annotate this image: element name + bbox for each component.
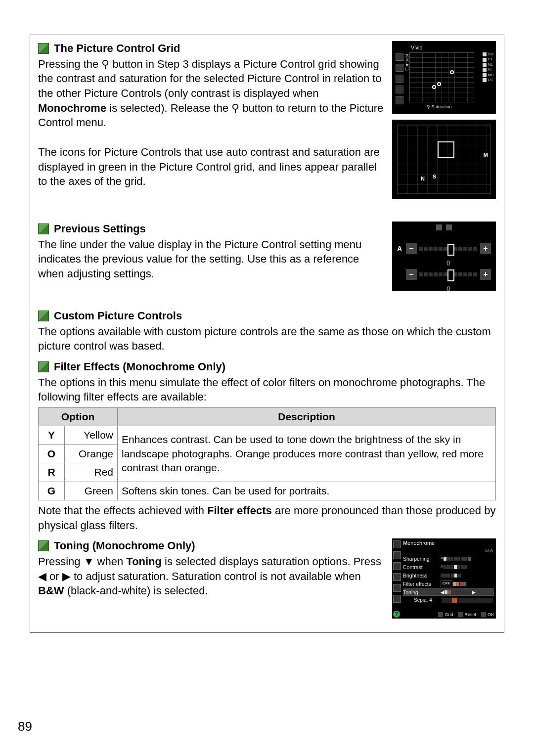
grid-point-n <box>432 85 436 89</box>
option-description: Enhances contrast. Can be used to tone d… <box>118 426 496 482</box>
minus-button: − <box>406 243 417 254</box>
section-text: The options available with custom pictur… <box>38 324 496 354</box>
filter-note: Note that the effects achieved with Filt… <box>38 503 496 533</box>
slider-cursor <box>447 244 454 256</box>
section-text: The options in this menu simulate the ef… <box>38 375 496 404</box>
camera-icon <box>393 551 401 559</box>
play-icon <box>393 540 401 548</box>
th-description: Description <box>118 408 496 426</box>
trash-icon <box>458 612 463 617</box>
illustration-grid-zoom: N S M <box>392 120 496 199</box>
table-row: Y Yellow Enhances contrast. Can be used … <box>39 426 496 445</box>
note-icon <box>38 43 49 54</box>
thumb2-letter-m: M <box>483 151 489 159</box>
retouch-icon <box>393 573 401 581</box>
option-code: O <box>39 445 65 463</box>
menu-row-filter: Filter effects OFF <box>403 579 494 588</box>
illustration-grid-full: Vivid Contrast ⚲ Saturation <box>392 41 496 114</box>
thumb2-selection <box>438 141 454 158</box>
thumb2-letter-s: S <box>432 173 437 180</box>
thumb4-title: Monochrome <box>403 539 435 547</box>
play-icon <box>396 53 403 61</box>
section-title: Custom Picture Controls <box>54 309 182 323</box>
slider-cursor <box>447 269 454 281</box>
page-number: 89 <box>18 719 32 734</box>
retouch-icon <box>396 86 403 93</box>
zoom-in-icon: ⚲ <box>231 102 239 114</box>
thumb2-grid <box>397 125 491 194</box>
th-option: Option <box>39 408 118 426</box>
option-name: Green <box>65 482 118 500</box>
slider-track: 0 <box>419 272 478 276</box>
thumb1-sidebar <box>395 53 404 107</box>
menu-row-brightness: Brightness <box>403 571 494 579</box>
pencil-icon <box>393 562 401 570</box>
right-arrow-icon: ▶ <box>62 570 71 582</box>
word-toning: Toning <box>126 555 162 568</box>
separator <box>403 595 494 596</box>
word-monochrome: Monochrome <box>38 102 106 114</box>
option-name: Yellow <box>65 426 118 445</box>
section-title: The Picture Control Grid <box>54 41 180 56</box>
thumb1-xlabel: ⚲ Saturation <box>427 104 452 110</box>
plus-button: + <box>480 269 491 280</box>
illustration-sliders: A − 0 + − 0 + <box>392 222 496 291</box>
note-icon <box>38 311 49 321</box>
sepia-label: Sepia, 4 <box>414 597 432 604</box>
zoom-icon: ⚲ <box>427 104 430 109</box>
section-title: Toning (Monochrome Only) <box>54 538 195 553</box>
zoom-in-icon: ⚲ <box>101 58 109 70</box>
section-custom-picture-controls: Custom Picture Controls The options avai… <box>38 309 496 354</box>
word-filter-effects: Filter effects <box>207 504 272 517</box>
zoom-icon <box>438 612 443 617</box>
section-previous-settings: A − 0 + − 0 + <box>38 217 496 297</box>
sepia-bar <box>442 598 493 603</box>
menu-row-sharpening: Sharpening A <box>403 554 494 563</box>
settings-icon <box>393 584 401 592</box>
slider-track: 0 <box>419 247 478 251</box>
thumb4-sidebar <box>393 540 401 617</box>
thumb4-footer: Grid Reset OK <box>403 612 494 618</box>
left-arrow-icon: ◀ <box>38 570 46 582</box>
section-toning: Monochrome ⊡ A Sharpening A Contrast A B… <box>38 538 496 624</box>
camera-icon <box>396 64 403 72</box>
section-title: Filter Effects (Monochrome Only) <box>54 359 225 374</box>
illustration-toning-menu: Monochrome ⊡ A Sharpening A Contrast A B… <box>392 538 496 619</box>
thumb1-title: Vivid <box>411 44 423 51</box>
note-icon <box>38 540 49 551</box>
option-description: Softens skin tones. Can be used for port… <box>118 482 496 500</box>
content-frame: Vivid Contrast ⚲ Saturation <box>30 35 504 633</box>
option-name: Orange <box>65 445 118 463</box>
minus-button: − <box>406 269 417 280</box>
ok-icon <box>481 612 486 617</box>
option-code: Y <box>39 426 65 445</box>
thumb2-letter-n: N <box>420 175 426 182</box>
grid-point-v <box>450 70 454 74</box>
filter-effects-table: Option Description Y Yellow Enhances con… <box>38 407 496 500</box>
option-code: G <box>39 482 65 500</box>
off-badge: OFF <box>441 580 452 587</box>
section-filter-effects: Filter Effects (Monochrome Only) The opt… <box>38 359 496 533</box>
option-name: Red <box>65 463 118 482</box>
manual-page: Vivid Contrast ⚲ Saturation <box>0 0 534 756</box>
grid-point-s <box>437 82 441 86</box>
table-row: G Green Softens skin tones. Can be used … <box>39 482 496 500</box>
note-icon <box>38 361 49 372</box>
settings-icon <box>396 96 403 104</box>
slider-b: − 0 + <box>397 267 491 282</box>
slider-zero: 0 <box>446 284 450 294</box>
slider-a-label: A <box>397 244 404 254</box>
down-arrow-icon: ▼ <box>84 555 94 568</box>
thumb4-mode: ⊡ A <box>485 547 493 553</box>
word-bw: B&W <box>38 584 64 597</box>
thumb1-grid <box>409 52 474 102</box>
menu-row-contrast: Contrast A <box>403 563 494 571</box>
pencil-icon <box>396 75 403 83</box>
thumb1-legend: SD PT NL VI MC LS <box>483 52 494 83</box>
note-icon <box>38 223 49 234</box>
slider-a: A − 0 + <box>397 241 491 256</box>
recent-icon <box>393 595 401 603</box>
plus-button: + <box>480 243 491 254</box>
section-title: Previous Settings <box>54 222 146 236</box>
option-code: R <box>39 463 65 482</box>
